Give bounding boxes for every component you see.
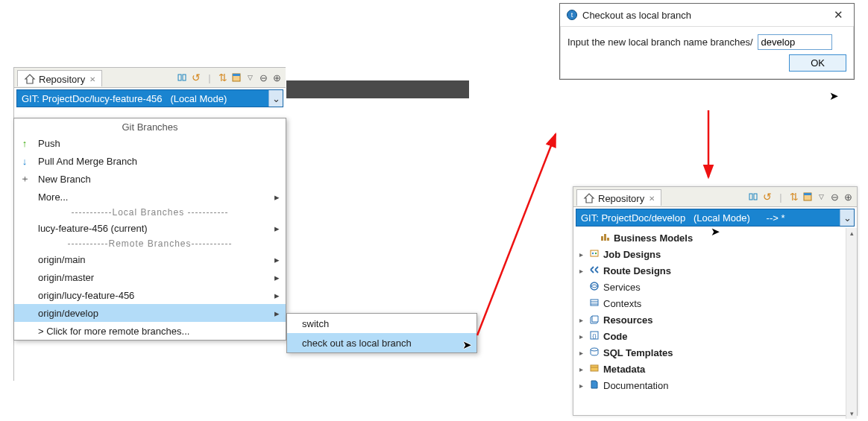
close-icon[interactable]: ✕ bbox=[829, 7, 848, 23]
expand-icon[interactable]: ▸ bbox=[576, 267, 585, 275]
menu-new-branch[interactable]: ＋ New Branch bbox=[14, 170, 286, 188]
branch-combo-label: GIT: ProjectDoc/develop (Local Mode) -->… bbox=[576, 212, 840, 224]
tree-item-label: Documentation bbox=[603, 380, 668, 391]
cursor-icon: ➤ bbox=[829, 89, 839, 103]
tree-item-label: Code bbox=[603, 331, 628, 342]
dc-icon bbox=[588, 379, 600, 392]
tree-item-sql-templates[interactable]: ▸SQL Templates bbox=[576, 344, 857, 361]
menu-local-current[interactable]: lucy-feature-456 (current) ▸ bbox=[14, 219, 286, 237]
chevron-down-icon[interactable]: ⌄ bbox=[268, 90, 283, 107]
tool-icon-1[interactable] bbox=[748, 191, 760, 203]
tree-item-job-designs[interactable]: ▸Job Designs bbox=[576, 246, 857, 262]
branch-name-input[interactable] bbox=[758, 34, 832, 50]
tool-icon-4[interactable] bbox=[230, 72, 242, 83]
scrollbar[interactable]: ▴ ▾ bbox=[846, 228, 857, 419]
sv-icon bbox=[588, 281, 600, 294]
repository-tab[interactable]: Repository ✕ bbox=[17, 70, 102, 86]
repository-tree: ▴ ▾ ·Business Models▸Job Designs▸Route D… bbox=[573, 228, 857, 419]
close-icon[interactable]: ✕ bbox=[649, 194, 655, 203]
dialog-prompt: Input the new local branch name branches… bbox=[567, 37, 753, 48]
tree-item-metadata[interactable]: ▸Metadata bbox=[576, 361, 857, 377]
tree-item-services[interactable]: ·Services bbox=[576, 279, 857, 295]
chevron-right-icon: ▸ bbox=[274, 254, 280, 265]
rs-icon bbox=[588, 314, 600, 326]
expand-icon[interactable]: ▸ bbox=[576, 250, 585, 259]
right-repository-panel: Repository ✕ ↺ | ⇅ ▽ ⊖ ⊕ GIT: ProjectDoc… bbox=[573, 186, 858, 416]
tree-item-resources[interactable]: ▸Resources bbox=[576, 311, 857, 328]
svg-point-14 bbox=[592, 252, 594, 253]
tree-item-documentation[interactable]: ▸Documentation bbox=[576, 377, 857, 393]
menu-chevron-icon[interactable]: ▽ bbox=[815, 191, 827, 203]
plus-icon: ＋ bbox=[19, 172, 31, 186]
expand-icon[interactable]: ▸ bbox=[576, 382, 585, 390]
svg-rect-23 bbox=[591, 365, 598, 371]
expand-icon[interactable]: ▸ bbox=[576, 332, 585, 341]
tree-item-contexts[interactable]: ·Contexts bbox=[576, 295, 857, 311]
left-toolbar: Repository ✕ ↺ | ⇅ ▽ ⊖ ⊕ bbox=[14, 68, 286, 88]
tree-item-label: Job Designs bbox=[603, 249, 661, 260]
svg-rect-6 bbox=[749, 194, 752, 200]
cx-icon bbox=[588, 297, 600, 310]
cursor-icon: ➤ bbox=[462, 338, 472, 352]
tree-item-route-designs[interactable]: ▸Route Designs bbox=[576, 262, 857, 279]
minimize-icon[interactable]: ⊖ bbox=[828, 191, 840, 203]
checkout-dialog: t Checkout as local branch ✕ Input the n… bbox=[559, 3, 855, 80]
tree-item-label: Business Models bbox=[614, 232, 693, 244]
menu-pull-merge[interactable]: ↓ Pull And Merge Branch bbox=[14, 152, 286, 170]
tool-icon-2[interactable]: ↺ bbox=[190, 72, 202, 83]
chevron-right-icon: ▸ bbox=[274, 223, 280, 234]
tab-label: Repository bbox=[598, 193, 644, 204]
menu-origin-develop[interactable]: origin/develop ▸ bbox=[14, 304, 286, 322]
menu-origin-master[interactable]: origin/master ▸ bbox=[14, 268, 286, 286]
rd-icon bbox=[588, 265, 600, 277]
separator-remote: -----------Remote Branches----------- bbox=[14, 237, 286, 250]
right-toolbar: Repository ✕ ↺ | ⇅ ▽ ⊖ ⊕ bbox=[573, 187, 857, 207]
branch-combo[interactable]: GIT: ProjectDoc/develop (Local Mode) -->… bbox=[576, 209, 855, 227]
svg-text:{}: {} bbox=[592, 332, 597, 339]
submenu-checkout-local[interactable]: check out as local branch bbox=[287, 333, 477, 352]
svg-rect-1 bbox=[183, 75, 186, 80]
chevron-right-icon: ▸ bbox=[274, 290, 280, 301]
tool-icon-3[interactable]: ⇅ bbox=[217, 72, 229, 83]
svg-rect-12 bbox=[607, 238, 609, 241]
chevron-right-icon: ▸ bbox=[274, 308, 280, 319]
tool-icon-3[interactable]: ⇅ bbox=[788, 191, 800, 203]
divider: | bbox=[775, 191, 787, 203]
tool-icon-2[interactable]: ↺ bbox=[761, 191, 773, 203]
close-icon[interactable]: ✕ bbox=[89, 75, 95, 83]
branch-combo[interactable]: GIT: ProjectDoc/lucy-feature-456 (Local … bbox=[16, 89, 283, 107]
menu-chevron-icon[interactable]: ▽ bbox=[244, 72, 256, 83]
push-icon: ↑ bbox=[19, 138, 31, 149]
expand-icon: · bbox=[576, 283, 585, 291]
md-icon bbox=[588, 363, 600, 376]
tool-icon-1[interactable] bbox=[177, 72, 189, 83]
divider: | bbox=[204, 72, 216, 83]
svg-line-25 bbox=[477, 134, 556, 335]
menu-push[interactable]: ↑ Push bbox=[14, 134, 286, 152]
dialog-title-text: Checkout as local branch bbox=[582, 10, 691, 21]
expand-icon[interactable]: ▸ bbox=[576, 349, 585, 357]
ok-button[interactable]: OK bbox=[789, 54, 846, 72]
svg-point-22 bbox=[591, 348, 598, 351]
chevron-down-icon[interactable]: ⌄ bbox=[840, 209, 854, 226]
svg-point-15 bbox=[595, 252, 597, 253]
menu-click-more-remote[interactable]: > Click for more remote branches... bbox=[14, 322, 286, 340]
menu-origin-main[interactable]: origin/main ▸ bbox=[14, 250, 286, 268]
expand-icon[interactable]: ▸ bbox=[576, 365, 585, 373]
tree-item-code[interactable]: ▸{}Code bbox=[576, 328, 857, 344]
menu-origin-lucy-feature[interactable]: origin/lucy-feature-456 ▸ bbox=[14, 286, 286, 304]
repository-tab[interactable]: Repository ✕ bbox=[576, 189, 661, 206]
svg-rect-7 bbox=[754, 194, 757, 200]
tool-icon-4[interactable] bbox=[802, 191, 814, 203]
minimize-icon[interactable]: ⊖ bbox=[257, 72, 269, 83]
scroll-down-icon[interactable]: ▾ bbox=[846, 408, 857, 419]
scroll-up-icon[interactable]: ▴ bbox=[846, 228, 857, 238]
maximize-icon[interactable]: ⊕ bbox=[842, 191, 854, 203]
expand-icon: · bbox=[576, 234, 585, 242]
svg-rect-11 bbox=[604, 234, 606, 241]
menu-title: Git Branches bbox=[14, 118, 286, 134]
maximize-icon[interactable]: ⊕ bbox=[271, 72, 283, 83]
expand-icon[interactable]: ▸ bbox=[576, 316, 585, 324]
submenu-switch[interactable]: switch bbox=[287, 314, 477, 333]
menu-more[interactable]: More... ▸ bbox=[14, 188, 286, 206]
